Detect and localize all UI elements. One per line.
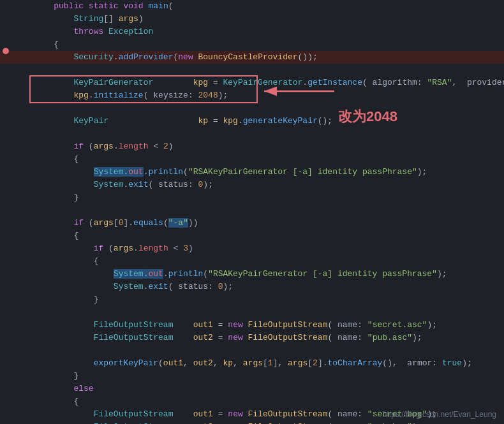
code-line: KeyPair kp = kpg.generateKeyPair(); bbox=[0, 115, 504, 128]
line-content: KeyPair kp = kpg.generateKeyPair(); bbox=[29, 115, 504, 128]
code-line: System.out.println("RSAKeyPairGenerator … bbox=[0, 166, 504, 179]
code-line: System.exit( status: 0); bbox=[0, 281, 504, 293]
line-content: if (args.length < 2) bbox=[29, 140, 504, 153]
line-content: FileOutputStream out2 = new FileOutputSt… bbox=[29, 332, 504, 344]
line-content: } bbox=[29, 370, 504, 383]
line-content: { bbox=[29, 38, 504, 51]
line-content: throws Exception bbox=[29, 26, 504, 38]
code-line bbox=[0, 306, 504, 319]
line-content: if (args.length < 3) bbox=[29, 242, 504, 255]
code-line: if (args.length < 3) bbox=[0, 242, 504, 255]
code-line bbox=[0, 344, 504, 357]
line-content: } bbox=[29, 191, 504, 204]
code-line: FileOutputStream out2 = new FileOutputSt… bbox=[0, 332, 504, 344]
breakpoint-indicator bbox=[3, 48, 9, 54]
code-line: { bbox=[0, 153, 504, 166]
code-line: { bbox=[0, 38, 504, 51]
line-content: public static void main( bbox=[29, 0, 504, 13]
change-label: 改为2048 bbox=[338, 107, 397, 126]
arrow-svg bbox=[258, 82, 341, 101]
code-line: System.out.println("RSAKeyPairGenerator … bbox=[0, 268, 504, 281]
code-line: System.exit( status: 0); bbox=[0, 179, 504, 191]
line-content: { bbox=[29, 255, 504, 268]
code-line: throws Exception bbox=[0, 26, 504, 38]
code-line bbox=[0, 204, 504, 217]
code-line: if (args[0].equals("-a")) bbox=[0, 217, 504, 230]
code-area: public static void main( String[] args) … bbox=[0, 0, 504, 424]
code-line: } bbox=[0, 191, 504, 204]
line-content: { bbox=[29, 230, 504, 242]
line-content: { bbox=[29, 395, 504, 408]
line-content: System.out.println("RSAKeyPairGenerator … bbox=[29, 268, 504, 281]
line-content: System.out.println("RSAKeyPairGenerator … bbox=[29, 166, 504, 179]
line-content: FileOutputStream out1 = new FileOutputSt… bbox=[29, 319, 504, 332]
line-content: exportKeyPair(out1, out2, kp, args[1], a… bbox=[29, 357, 504, 370]
code-line: { bbox=[0, 395, 504, 408]
code-line: KeyPairGenerator kpg = KeyPairGenerator.… bbox=[0, 77, 504, 89]
code-line: { bbox=[0, 230, 504, 242]
code-line: } bbox=[0, 293, 504, 306]
code-line: else bbox=[0, 383, 504, 395]
line-content: FileOutputStream out2 = new FileOutputSt… bbox=[29, 421, 504, 424]
code-line: } bbox=[0, 370, 504, 383]
code-line bbox=[0, 64, 504, 77]
code-line bbox=[0, 102, 504, 115]
arrow-annotation bbox=[258, 82, 341, 103]
line-content: String[] args) bbox=[29, 13, 504, 26]
line-content: if (args[0].equals("-a")) bbox=[29, 217, 504, 230]
code-line: kpg.initialize( keysize: 2048); bbox=[0, 89, 504, 102]
code-line: String[] args) bbox=[0, 13, 504, 26]
code-line: public static void main( bbox=[0, 0, 504, 13]
code-line: exportKeyPair(out1, out2, kp, args[1], a… bbox=[0, 357, 504, 370]
code-line: { bbox=[0, 255, 504, 268]
line-content: System.exit( status: 0); bbox=[29, 179, 504, 191]
line-content: System.exit( status: 0); bbox=[29, 281, 504, 293]
line-content: } bbox=[29, 293, 504, 306]
code-line: if (args.length < 2) bbox=[0, 140, 504, 153]
code-line: FileOutputStream out2 = new FileOutputSt… bbox=[0, 421, 504, 424]
code-line: FileOutputStream out1 = new FileOutputSt… bbox=[0, 319, 504, 332]
code-line: Security.addProvider(new BouncyCastlePro… bbox=[0, 51, 504, 64]
line-content: { bbox=[29, 153, 504, 166]
code-line bbox=[0, 128, 504, 140]
line-content: Security.addProvider(new BouncyCastlePro… bbox=[29, 51, 504, 64]
line-content: else bbox=[29, 383, 504, 395]
footer-url: https://blog.csdn.net/Evan_Leung bbox=[383, 410, 496, 419]
code-container: public static void main( String[] args) … bbox=[0, 0, 504, 424]
